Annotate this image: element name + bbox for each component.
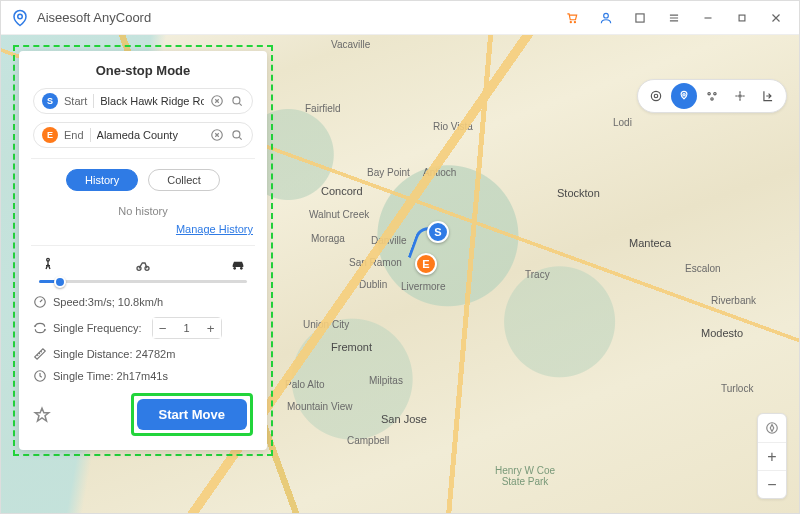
map-label: Henry W Coe State Park xyxy=(495,465,555,487)
map-label: Bay Point xyxy=(367,167,410,178)
mode-modify-location-icon[interactable] xyxy=(643,83,669,109)
app-logo-icon xyxy=(11,9,29,27)
start-move-button[interactable]: Start Move xyxy=(137,399,247,430)
map-label: Walnut Creek xyxy=(309,209,369,220)
map-label: Antioch xyxy=(423,167,456,178)
svg-point-8 xyxy=(683,94,685,96)
svg-point-12 xyxy=(739,95,741,97)
freq-plus-button[interactable]: + xyxy=(201,318,221,338)
svg-point-2 xyxy=(574,21,575,22)
panel-title: One-stop Mode xyxy=(33,63,253,78)
freq-value: 1 xyxy=(173,322,201,334)
speed-slider[interactable] xyxy=(39,280,247,283)
map-label: Danville xyxy=(371,235,407,246)
repeat-icon xyxy=(33,321,47,335)
map-label: Mountain View xyxy=(287,401,352,412)
start-move-highlight: Start Move xyxy=(131,393,253,436)
mode-joystick-icon[interactable] xyxy=(727,83,753,109)
clear-icon[interactable] xyxy=(210,128,224,142)
map-label: San Ramon xyxy=(349,257,402,268)
speed-row: Speed:3m/s; 10.8km/h xyxy=(33,295,253,309)
map-label: Stockton xyxy=(557,187,600,199)
start-input[interactable] xyxy=(100,95,204,107)
one-stop-panel: One-stop Mode S Start E End History Coll… xyxy=(19,51,267,450)
svg-point-21 xyxy=(233,267,236,270)
end-label: End xyxy=(64,129,84,141)
map-label: Tracy xyxy=(525,269,550,280)
slider-thumb[interactable] xyxy=(54,276,66,288)
map-label: Fremont xyxy=(331,341,372,353)
window-icon[interactable] xyxy=(627,5,653,31)
svg-point-0 xyxy=(18,14,23,19)
zoom-in-button[interactable]: + xyxy=(758,442,786,470)
svg-point-17 xyxy=(233,131,240,138)
freq-minus-button[interactable]: − xyxy=(153,318,173,338)
titlebar: Aiseesoft AnyCoord xyxy=(1,1,799,35)
frequency-label: Single Frequency: xyxy=(53,322,142,334)
mode-export-icon[interactable] xyxy=(755,83,781,109)
map-label: Dublin xyxy=(359,279,387,290)
car-icon[interactable] xyxy=(229,256,247,274)
map-label: Fairfield xyxy=(305,103,341,114)
svg-point-11 xyxy=(711,98,713,100)
svg-point-7 xyxy=(651,91,660,100)
svg-rect-5 xyxy=(739,15,745,21)
bike-icon[interactable] xyxy=(134,256,152,274)
clock-icon xyxy=(33,369,47,383)
tab-collect[interactable]: Collect xyxy=(148,169,220,191)
map-label: Union City xyxy=(303,319,349,330)
map-label: Moraga xyxy=(311,233,345,244)
map-label: Riverbank xyxy=(711,295,756,306)
time-row: Single Time: 2h17m41s xyxy=(33,369,253,383)
map-label: Concord xyxy=(321,185,363,197)
close-button[interactable] xyxy=(763,5,789,31)
end-badge-icon: E xyxy=(42,127,58,143)
mode-one-stop-icon[interactable] xyxy=(671,83,697,109)
map-label: Turlock xyxy=(721,383,753,394)
map-label: Livermore xyxy=(401,281,445,292)
menu-icon[interactable] xyxy=(661,5,687,31)
favorite-icon[interactable] xyxy=(33,406,51,424)
end-input[interactable] xyxy=(97,129,204,141)
account-icon[interactable] xyxy=(593,5,619,31)
manage-history-link[interactable]: Manage History xyxy=(33,223,253,235)
map-label: Palo Alto xyxy=(285,379,324,390)
map-label: Milpitas xyxy=(369,375,403,386)
gauge-icon xyxy=(33,295,47,309)
cart-icon[interactable] xyxy=(559,5,585,31)
walk-icon[interactable] xyxy=(39,256,57,274)
mode-toolbar xyxy=(637,79,787,113)
maximize-button[interactable] xyxy=(729,5,755,31)
map-label: Escalon xyxy=(685,263,721,274)
minimize-button[interactable] xyxy=(695,5,721,31)
mode-multi-stop-icon[interactable] xyxy=(699,83,725,109)
speed-mode-row xyxy=(33,256,253,274)
route-start-pin[interactable]: S xyxy=(427,221,449,243)
clear-icon[interactable] xyxy=(210,94,224,108)
svg-point-18 xyxy=(47,258,50,261)
search-icon[interactable] xyxy=(230,128,244,142)
app-title: Aiseesoft AnyCoord xyxy=(37,10,151,25)
svg-point-6 xyxy=(654,94,658,98)
map-label: San Jose xyxy=(381,413,427,425)
route-end-pin[interactable]: E xyxy=(415,253,437,275)
speed-value: Speed:3m/s; 10.8km/h xyxy=(53,296,163,308)
map-label: Vacaville xyxy=(331,39,370,50)
start-badge-icon: S xyxy=(42,93,58,109)
svg-point-22 xyxy=(240,267,243,270)
svg-point-10 xyxy=(714,93,716,95)
svg-point-13 xyxy=(767,423,778,434)
zoom-out-button[interactable]: − xyxy=(758,470,786,498)
start-label: Start xyxy=(64,95,87,107)
start-location-row: S Start xyxy=(33,88,253,114)
map-label: Campbell xyxy=(347,435,389,446)
compass-icon[interactable] xyxy=(758,414,786,442)
search-icon[interactable] xyxy=(230,94,244,108)
frequency-row: Single Frequency: − 1 + xyxy=(33,317,253,339)
svg-point-1 xyxy=(570,21,571,22)
route-line xyxy=(408,223,447,266)
frequency-stepper: − 1 + xyxy=(152,317,222,339)
ruler-icon xyxy=(33,347,47,361)
svg-rect-4 xyxy=(636,13,644,21)
tab-history[interactable]: History xyxy=(66,169,138,191)
